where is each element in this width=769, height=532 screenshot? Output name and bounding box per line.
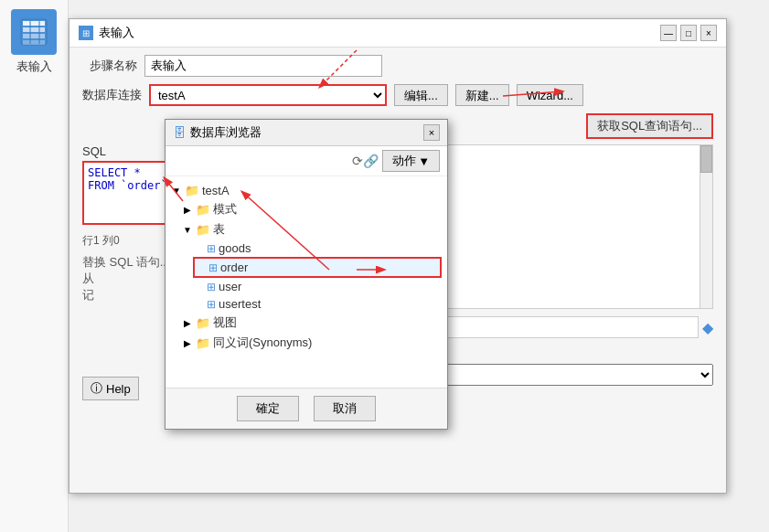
- tree-item-usertest[interactable]: ⊞ usertest: [193, 295, 442, 313]
- tree-label-user: user: [219, 280, 241, 293]
- refresh-icon[interactable]: ⟳🔗: [352, 154, 379, 168]
- tree-item-tables[interactable]: ▼ 📁 表: [182, 219, 442, 239]
- tree-item-user[interactable]: ⊞ user: [193, 278, 442, 295]
- table-icon-user: ⊞: [207, 281, 216, 293]
- dialog-db-icon: 🗄: [173, 125, 186, 140]
- dialog-title-left: 🗄 数据库浏览器: [173, 124, 262, 141]
- dialog-close-button[interactable]: ×: [423, 124, 440, 141]
- action-button[interactable]: 动作 ▼: [382, 150, 440, 172]
- svg-rect-1: [23, 21, 45, 26]
- tree-item-order[interactable]: ⊞ order: [193, 257, 442, 278]
- table-input-icon: [11, 9, 57, 55]
- tree-label-order: order: [220, 261, 248, 274]
- diamond-icon: ◆: [702, 319, 713, 336]
- title-bar-left: ⊞ 表输入: [79, 25, 134, 41]
- db-connect-select[interactable]: testA: [149, 84, 387, 106]
- help-circle-icon: ⓘ: [91, 380, 102, 397]
- title-bar: ⊞ 表输入 — □ ×: [69, 19, 726, 48]
- ok-button[interactable]: 確定: [237, 396, 299, 421]
- tree-label-mode: 模式: [213, 201, 237, 218]
- chevron-testa: ▼: [171, 186, 182, 196]
- dialog-tree-content: ▼ 📁 testA ▶ 📁 模式 ▼ 📁 表 ⊞ goods ⊞ order: [166, 176, 447, 387]
- edit-button[interactable]: 编辑...: [394, 84, 448, 106]
- title-bar-controls: — □ ×: [660, 25, 717, 41]
- step-name-label: 步骤名称: [82, 58, 137, 74]
- svg-rect-2: [23, 27, 45, 32]
- step-name-row: 步骤名称: [82, 55, 713, 77]
- tree-label-synonyms: 同义词(Synonyms): [213, 335, 312, 351]
- help-button[interactable]: ⓘ Help: [82, 377, 139, 400]
- dialog-title-text: 数据库浏览器: [190, 124, 262, 141]
- tree-item-synonyms[interactable]: ▶ 📁 同义词(Synonyms): [182, 333, 442, 353]
- tree-item-mode[interactable]: ▶ 📁 模式: [182, 199, 442, 219]
- tree-item-goods[interactable]: ⊞ goods: [193, 239, 442, 257]
- table-icon-order: ⊞: [208, 261, 218, 274]
- folder-icon-synonyms: 📁: [196, 336, 210, 350]
- action-label: 动作: [392, 153, 416, 169]
- folder-icon-views: 📁: [196, 316, 210, 330]
- sidebar-tool-block: 表输入: [11, 9, 57, 75]
- minimize-button[interactable]: —: [660, 25, 677, 41]
- sidebar-label: 表输入: [16, 59, 52, 75]
- dialog-footer: 確定 取消: [166, 388, 447, 429]
- db-connect-label: 数据库连接: [82, 87, 142, 103]
- tree-label-usertest: usertest: [219, 297, 261, 311]
- close-button[interactable]: ×: [700, 25, 717, 41]
- chevron-views: ▶: [182, 318, 193, 328]
- maximize-button[interactable]: □: [680, 25, 697, 41]
- tree-label-goods: goods: [219, 241, 251, 255]
- dialog-toolbar: ⟳🔗 动作 ▼: [166, 146, 447, 176]
- chevron-synonyms: ▶: [182, 338, 193, 348]
- tree-item-views[interactable]: ▶ 📁 视图: [182, 313, 442, 333]
- get-sql-button[interactable]: 获取SQL查询语句...: [586, 113, 713, 139]
- db-connect-row: 数据库连接 testA 编辑... 新建... Wizard...: [82, 84, 713, 106]
- window-title: 表输入: [99, 25, 134, 41]
- left-sidebar: 表输入: [0, 0, 69, 532]
- wizard-button[interactable]: Wizard...: [517, 84, 583, 106]
- table-icon-usertest: ⊞: [207, 298, 216, 311]
- action-dropdown-icon: ▼: [418, 154, 430, 168]
- db-browser-dialog: 🗄 数据库浏览器 × ⟳🔗 动作 ▼ ▼ 📁 testA ▶ 📁 模式 ▼ 📁 …: [165, 119, 448, 430]
- chevron-mode: ▶: [182, 205, 193, 215]
- vertical-scrollbar[interactable]: [700, 145, 712, 308]
- tree-label-testa: testA: [202, 184, 230, 197]
- new-button[interactable]: 新建...: [455, 84, 509, 106]
- cancel-button[interactable]: 取消: [314, 396, 376, 421]
- scrollbar-thumb[interactable]: [700, 145, 712, 173]
- folder-icon-testa: 📁: [185, 184, 199, 197]
- folder-icon-mode: 📁: [196, 203, 210, 217]
- tree-label-tables: 表: [213, 221, 225, 238]
- dialog-title-bar: 🗄 数据库浏览器 ×: [166, 120, 447, 146]
- window-title-icon: ⊞: [79, 26, 93, 40]
- tree-item-testa[interactable]: ▼ 📁 testA: [171, 182, 442, 199]
- folder-icon-tables: 📁: [196, 223, 210, 237]
- table-icon-goods: ⊞: [207, 242, 216, 255]
- step-name-input[interactable]: [144, 55, 382, 77]
- chevron-tables: ▼: [182, 225, 193, 235]
- help-label: Help: [106, 382, 131, 396]
- status-text: 行1 列0: [82, 234, 120, 247]
- svg-rect-3: [23, 34, 45, 38]
- tree-label-views: 视图: [213, 314, 237, 331]
- svg-rect-4: [23, 40, 45, 45]
